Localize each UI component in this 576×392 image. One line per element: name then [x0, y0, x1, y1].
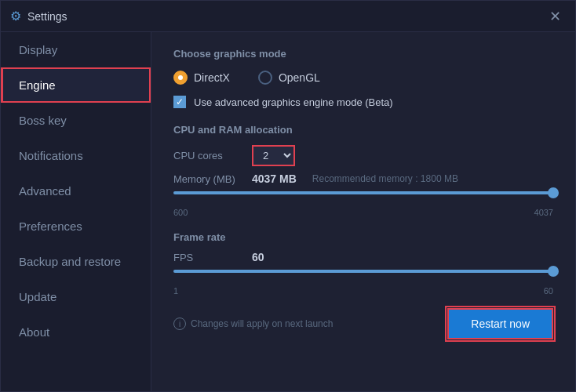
cpu-ram-title: CPU and RAM allocation: [173, 124, 553, 136]
memory-thumb: [548, 187, 559, 198]
info-message: Changes will apply on next launch: [191, 318, 333, 329]
fps-max-label: 60: [544, 286, 553, 296]
cpu-cores-select[interactable]: 1 2 3 4: [252, 145, 295, 166]
fps-labels: 1 60: [173, 286, 553, 296]
memory-row: Memory (MB) 4037 MB Recommended memory :…: [173, 172, 553, 185]
sidebar-item-update[interactable]: Update: [1, 279, 151, 314]
sidebar-item-boss-key[interactable]: Boss key: [1, 103, 151, 138]
opengl-radio[interactable]: [258, 71, 272, 85]
fps-track: [173, 270, 553, 273]
sidebar-item-display[interactable]: Display: [1, 32, 151, 67]
fps-fill: [173, 270, 553, 273]
directx-radio[interactable]: [173, 71, 188, 85]
settings-icon: ⚙: [10, 9, 21, 24]
memory-value: 4037 MB: [252, 172, 297, 185]
cpu-ram-section: CPU and RAM allocation CPU cores 1 2 3 4…: [173, 124, 553, 217]
settings-window: ⚙ Settings ✕ Display Engine Boss key Not…: [0, 0, 576, 392]
restart-button[interactable]: Restart now: [447, 308, 553, 339]
opengl-label: OpenGL: [279, 71, 320, 84]
fps-thumb: [548, 266, 559, 277]
footer-row: i Changes will apply on next launch Rest…: [173, 308, 553, 339]
frame-rate-title: Frame rate: [173, 231, 553, 243]
opengl-option[interactable]: OpenGL: [258, 71, 320, 85]
info-text-container: i Changes will apply on next launch: [173, 318, 333, 330]
memory-labels: 600 4037: [173, 208, 553, 217]
memory-track: [173, 191, 553, 194]
memory-fill: [173, 191, 553, 194]
fps-value: 60: [252, 251, 264, 263]
advanced-mode-row: ✓ Use advanced graphics engine mode (Bet…: [173, 96, 553, 108]
fps-section: Frame rate FPS 60 1 60: [173, 231, 553, 296]
memory-slider-container: [173, 191, 553, 205]
close-button[interactable]: ✕: [544, 5, 566, 27]
cpu-cores-row: CPU cores 1 2 3 4: [173, 145, 553, 166]
graphics-mode-title: Choose graphics mode: [173, 48, 553, 60]
window-title: Settings: [27, 10, 544, 23]
memory-label: Memory (MB): [173, 173, 252, 185]
checkbox-checkmark: ✓: [176, 97, 184, 107]
fps-label: FPS: [173, 252, 252, 263]
main-content: Choose graphics mode DirectX OpenGL ✓ Us…: [151, 32, 575, 391]
memory-min-label: 600: [173, 208, 188, 217]
directx-label: DirectX: [194, 71, 230, 84]
advanced-mode-label: Use advanced graphics engine mode (Beta): [194, 96, 393, 108]
sidebar-item-preferences[interactable]: Preferences: [1, 209, 151, 244]
sidebar-item-advanced[interactable]: Advanced: [1, 173, 151, 209]
sidebar-item-about[interactable]: About: [1, 314, 151, 350]
info-icon: i: [173, 318, 186, 330]
fps-row: FPS 60: [173, 251, 553, 263]
graphics-radio-group: DirectX OpenGL: [173, 71, 553, 85]
advanced-mode-checkbox[interactable]: ✓: [173, 96, 186, 108]
content-area: Display Engine Boss key Notifications Ad…: [1, 32, 575, 391]
sidebar-item-notifications[interactable]: Notifications: [1, 138, 151, 173]
sidebar: Display Engine Boss key Notifications Ad…: [1, 32, 151, 391]
memory-max-label: 4037: [534, 208, 553, 217]
sidebar-item-backup[interactable]: Backup and restore: [1, 244, 151, 279]
sidebar-item-engine[interactable]: Engine: [1, 67, 151, 103]
memory-recommended: Recommended memory : 1800 MB: [312, 173, 458, 184]
fps-slider-container: [173, 270, 553, 284]
cpu-cores-label: CPU cores: [173, 150, 252, 162]
fps-min-label: 1: [173, 286, 178, 296]
directx-option[interactable]: DirectX: [173, 71, 230, 85]
titlebar: ⚙ Settings ✕: [1, 1, 575, 32]
